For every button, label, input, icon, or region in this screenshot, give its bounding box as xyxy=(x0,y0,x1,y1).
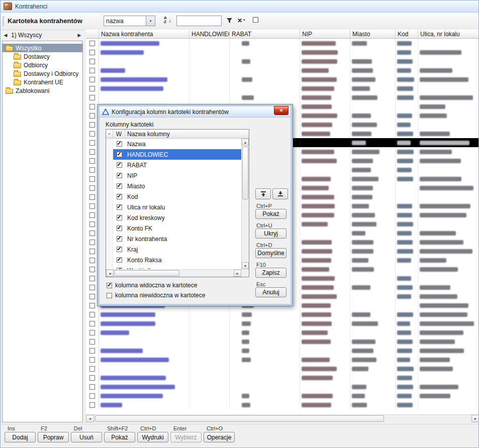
chevron-down-icon[interactable]: ▾ xyxy=(146,16,155,26)
filter-field-combobox[interactable]: nazwa ▾ xyxy=(104,16,155,26)
wydruki-button[interactable]: Wydruki xyxy=(137,432,168,442)
dodaj-button[interactable]: Dodaj xyxy=(5,432,36,442)
scrollbar-thumb[interactable] xyxy=(114,270,179,276)
row-checkbox[interactable] xyxy=(89,240,95,245)
row-checkbox[interactable] xyxy=(89,131,95,137)
column-config-row-ulica-nr-lokalu[interactable]: Ulica nr lokalu xyxy=(106,202,241,212)
scroll-right-icon[interactable]: ► xyxy=(234,270,241,277)
scrollbar-thumb[interactable] xyxy=(242,147,248,199)
table-row[interactable] xyxy=(86,337,479,346)
row-checkbox[interactable] xyxy=(89,113,95,119)
column-header-handlowiec[interactable]: HANDLOWIEC xyxy=(189,30,230,38)
column-header-rabat[interactable]: RABAT xyxy=(230,30,300,38)
scroll-left-icon[interactable]: ◄ xyxy=(86,415,94,422)
tree-item-zablokowani[interactable]: Zablokowani xyxy=(3,86,82,95)
column-visible-checkbox[interactable] xyxy=(117,162,122,168)
row-checkbox[interactable] xyxy=(89,50,95,55)
tree-item-odbiorcy[interactable]: Odbiorcy xyxy=(3,61,82,69)
dialog-title-bar[interactable]: Konfiguracja kolumn kartoteki kontrahent… xyxy=(100,106,291,118)
pokaż-button[interactable]: Pokaż xyxy=(104,432,135,442)
row-checkbox[interactable] xyxy=(89,68,95,73)
table-row[interactable] xyxy=(86,48,479,57)
column-visible-checkbox[interactable] xyxy=(117,183,122,189)
operacje-button[interactable]: Operacje xyxy=(204,432,235,442)
row-checkbox[interactable] xyxy=(89,258,95,263)
nav-right-icon[interactable]: ▶ xyxy=(76,32,83,39)
row-checkbox[interactable] xyxy=(89,86,95,91)
table-horizontal-scrollbar[interactable]: ◄ ► xyxy=(86,414,479,422)
column-config-row-handlowiec[interactable]: HANDLOWIEC xyxy=(106,149,241,160)
zapisz-button[interactable]: Zapisz xyxy=(255,268,286,278)
column-config-row-miasto[interactable]: Miasto xyxy=(106,181,241,191)
wybierz-button[interactable]: Wybierz xyxy=(170,432,202,442)
table-row[interactable] xyxy=(86,93,479,102)
row-checkbox[interactable] xyxy=(89,384,95,390)
column-header-nip[interactable]: NIP xyxy=(300,30,350,38)
table-row[interactable] xyxy=(86,328,479,337)
column-header-w[interactable]: W xyxy=(113,130,125,138)
toolbar-grip[interactable] xyxy=(3,17,4,26)
column-config-row-kraj[interactable]: Kraj xyxy=(106,244,241,255)
row-checkbox[interactable] xyxy=(89,276,95,281)
column-config-row-wyróżnik[interactable]: Wyróżnik xyxy=(106,265,241,269)
column-visible-checkbox[interactable] xyxy=(117,173,122,178)
column-config-row-kod[interactable]: Kod xyxy=(106,191,241,202)
column-config-row-nazwa[interactable]: Nazwa xyxy=(106,139,241,149)
row-checkbox[interactable] xyxy=(89,221,95,227)
tree-item-wszystko[interactable]: Wszystko xyxy=(3,44,82,52)
row-checkbox[interactable] xyxy=(89,285,95,290)
row-checkbox[interactable] xyxy=(89,312,95,317)
row-checkbox[interactable] xyxy=(89,375,95,381)
column-visible-checkbox[interactable] xyxy=(117,226,122,231)
column-visible-checkbox[interactable] xyxy=(117,141,122,147)
scroll-down-icon[interactable]: ▼ xyxy=(242,262,249,269)
row-checkbox[interactable] xyxy=(89,402,95,408)
row-checkbox[interactable] xyxy=(89,357,95,363)
row-checkbox[interactable] xyxy=(89,267,95,272)
tree-item-dostawcy-i-odbiorcy[interactable]: Dostawcy i Odbiorcy xyxy=(3,69,82,78)
column-visible-checkbox[interactable] xyxy=(117,236,122,242)
row-checkbox[interactable] xyxy=(89,77,95,82)
row-checkbox[interactable] xyxy=(89,321,95,326)
scroll-up-icon[interactable]: ▲ xyxy=(242,139,249,146)
table-row[interactable] xyxy=(86,346,479,355)
ukryj-button[interactable]: Ukryj xyxy=(255,229,286,239)
checkbox[interactable] xyxy=(107,293,112,298)
column-header-name[interactable]: Nazwa kolumny xyxy=(125,130,249,138)
row-checkbox[interactable] xyxy=(89,212,95,218)
column-config-row-konto-raksa[interactable]: Konto Raksa xyxy=(106,255,241,265)
row-checkbox[interactable] xyxy=(89,104,95,109)
column-visible-checkbox[interactable] xyxy=(117,247,122,252)
anuluj-button[interactable]: Anuluj xyxy=(255,287,286,297)
row-checkbox[interactable] xyxy=(89,140,95,146)
filter-icon[interactable] xyxy=(225,16,234,25)
row-checkbox[interactable] xyxy=(89,249,95,254)
column-header-kod[interactable]: Kod xyxy=(396,30,418,38)
row-checkbox[interactable] xyxy=(89,330,95,335)
row-checkbox[interactable] xyxy=(89,294,95,299)
domyslne-button[interactable]: Domyślne xyxy=(255,248,286,258)
table-row[interactable] xyxy=(86,391,479,400)
list-vertical-scrollbar[interactable]: ▲ ▼ xyxy=(241,139,249,269)
row-checkbox[interactable] xyxy=(89,95,95,100)
table-row[interactable] xyxy=(86,364,479,373)
table-row[interactable] xyxy=(86,57,479,66)
close-button[interactable]: ✕ xyxy=(274,106,289,115)
row-checkbox[interactable] xyxy=(89,366,95,372)
column-config-row-rabat[interactable]: RABAT xyxy=(106,160,241,170)
row-checkbox[interactable] xyxy=(89,303,95,308)
column-config-row-konto-fk[interactable]: Konto FK xyxy=(106,223,241,234)
table-row[interactable] xyxy=(86,39,479,48)
hidden-column-checkbox-row[interactable]: kolumna niewidoczna w kartotece xyxy=(107,292,205,299)
scroll-left-icon[interactable]: ◄ xyxy=(106,270,114,277)
square-icon[interactable] xyxy=(253,17,258,23)
row-checkbox[interactable] xyxy=(89,167,95,173)
scroll-right-icon[interactable]: ► xyxy=(471,415,479,422)
row-checkbox[interactable] xyxy=(89,194,95,200)
column-visible-checkbox[interactable] xyxy=(117,204,122,210)
table-row[interactable] xyxy=(86,382,479,391)
table-row[interactable] xyxy=(86,66,479,75)
column-header-nazwa-kontrahenta[interactable]: Nazwa kontrahenta xyxy=(99,30,189,38)
row-checkbox[interactable] xyxy=(89,122,95,128)
row-checkbox[interactable] xyxy=(89,59,95,64)
